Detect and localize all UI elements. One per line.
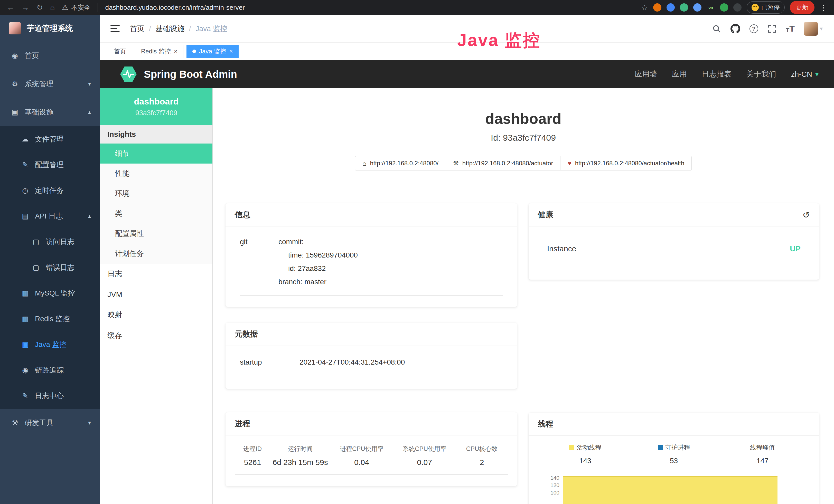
fullscreen-icon[interactable] (767, 24, 777, 33)
process-stat-label: CPU核心数 (456, 445, 508, 453)
metadata-card-title: 元数据 (235, 329, 258, 339)
browser-home-icon[interactable]: ⌂ (50, 4, 55, 11)
sidebar-item-mysql-monitor[interactable]: ▥ MySQL 监控 (0, 280, 100, 306)
info-card: 信息 git commit: time: 1596289704000 id: 2… (225, 203, 517, 307)
sba-nav-links: 应用墙 应用 日志报表 关于我们 zh-CN ▾ (635, 69, 818, 79)
service-url-button[interactable]: ⌂ http://192.168.0.2:48080/ (355, 156, 446, 170)
threads-values: 143 53 147 (541, 457, 807, 465)
sidebar-item-access-logs[interactable]: ▢ 访问日志 (0, 229, 100, 255)
chevron-up-icon: ▴ (88, 213, 91, 220)
sba-nav-applications[interactable]: 应用 (672, 69, 687, 79)
sidebar-item-tracing[interactable]: ◉ 链路追踪 (0, 358, 100, 383)
close-icon[interactable]: × (174, 48, 177, 54)
subnav-details[interactable]: 细节 (100, 143, 213, 164)
threads-card: 线程 活动线程 守护进程 (529, 413, 819, 504)
paused-label: 已暂停 (761, 3, 780, 12)
help-icon[interactable]: ? (749, 24, 758, 33)
browser-menu-icon[interactable]: ⋮ (820, 3, 827, 12)
subnav-caches[interactable]: 缓存 (100, 325, 213, 346)
sba-brand[interactable]: Spring Boot Admin (120, 66, 237, 83)
legend-swatch-yellow (569, 445, 574, 450)
gear-icon: ⚙ (10, 80, 20, 88)
forward-icon[interactable]: → (22, 4, 29, 11)
subnav-config-properties[interactable]: 配置属性 (100, 224, 213, 244)
metadata-row-startup: startup 2021-04-27T00:44:31.254+08:00 (240, 358, 503, 374)
collapse-menu-icon[interactable] (110, 25, 120, 32)
subnav-jvm[interactable]: JVM (100, 284, 213, 305)
reload-icon[interactable]: ↻ (37, 4, 43, 11)
log-icon: ▤ (21, 212, 30, 220)
extension-icon[interactable] (680, 3, 688, 12)
y-tick: 140 (550, 475, 559, 481)
process-stat-value: 0.07 (393, 458, 456, 467)
sidebar-item-scheduled-tasks[interactable]: ◷ 定时任务 (0, 178, 100, 203)
sidebar-item-label: 研发工具 (25, 418, 53, 428)
paused-chip[interactable]: 已暂停 (747, 1, 785, 14)
sidebar-item-error-logs[interactable]: ▢ 错误日志 (0, 255, 100, 280)
subnav-environment[interactable]: 环境 (100, 184, 213, 204)
extension-icon[interactable]: on (707, 3, 715, 12)
sidebar-item-infrastructure[interactable]: ▣ 基础设施 ▴ (0, 98, 100, 126)
sidebar-item-redis-monitor[interactable]: ▦ Redis 监控 (0, 306, 100, 332)
brand-logo (9, 22, 21, 35)
sidebar-item-api-logs[interactable]: ▤ API 日志 ▴ (0, 203, 100, 229)
info-card-title: 信息 (235, 209, 250, 220)
tab-home[interactable]: 首页 (108, 45, 132, 58)
tab-java-monitor[interactable]: Java 监控 × (186, 45, 239, 58)
subnav-logs[interactable]: 日志 (100, 264, 213, 284)
eye-icon: ◉ (21, 366, 30, 374)
service-url: http://192.168.0.2:48080/ (370, 160, 438, 167)
process-stat-value: 2 (456, 458, 508, 467)
close-icon[interactable]: × (229, 48, 233, 54)
breadcrumb-separator: / (149, 25, 151, 33)
sidebar-item-system-management[interactable]: ⚙ 系统管理 ▾ (0, 70, 100, 98)
tab-label: Java 监控 (199, 47, 226, 55)
address-bar[interactable]: dashboard.yudao.iocoder.cn/infra/admin-s… (105, 4, 634, 12)
sba-nav-wallboard[interactable]: 应用墙 (635, 69, 657, 79)
bookmark-star-icon[interactable]: ☆ (641, 3, 648, 12)
sidebar-item-java-monitor[interactable]: ▣ Java 监控 (0, 332, 100, 358)
security-indicator[interactable]: ⚠ 不安全 (62, 3, 98, 12)
subnav-mappings[interactable]: 映射 (100, 305, 213, 325)
breadcrumb-infrastructure[interactable]: 基础设施 (156, 24, 184, 33)
sidebar-item-label: 系统管理 (25, 79, 53, 89)
legend-label: 活动线程 (577, 443, 601, 452)
breadcrumb-home[interactable]: 首页 (130, 24, 144, 33)
git-branch-line: branch: master (279, 275, 358, 289)
process-stat-label: 系统CPU使用率 (393, 445, 456, 453)
layers-icon: ▦ (21, 315, 30, 323)
active-tab-dot (192, 49, 196, 53)
extension-icon[interactable] (653, 3, 661, 12)
sba-nav-about[interactable]: 关于我们 (746, 69, 776, 79)
locale-selector[interactable]: zh-CN ▾ (791, 70, 818, 78)
extension-icon[interactable] (733, 3, 742, 12)
back-icon[interactable]: ← (7, 4, 14, 11)
sba-nav-journal[interactable]: 日志报表 (702, 69, 731, 79)
sidebar-item-file-management[interactable]: ☁ 文件管理 (0, 126, 100, 152)
subnav-scheduled-tasks[interactable]: 计划任务 (100, 244, 213, 264)
update-chrome-button[interactable]: 更新 (790, 1, 814, 14)
extension-icon[interactable] (720, 3, 728, 12)
sidebar-item-config-management[interactable]: ✎ 配置管理 (0, 152, 100, 178)
history-icon[interactable]: ↺ (803, 210, 810, 220)
sidebar-item-dev-tools[interactable]: ⚒ 研发工具 ▾ (0, 409, 100, 437)
github-icon[interactable] (730, 24, 740, 33)
extension-icon[interactable] (693, 3, 701, 12)
health-url-button[interactable]: ♥ http://192.168.0.2:48080/actuator/heal… (560, 156, 692, 170)
search-icon[interactable] (712, 24, 721, 33)
actuator-url-button[interactable]: ⚒ http://192.168.0.2:48080/actuator (446, 156, 561, 170)
user-avatar[interactable]: ▾ (804, 22, 823, 36)
browser-toolbar: ← → ↻ ⌂ ⚠ 不安全 dashboard.yudao.iocoder.cn… (0, 0, 834, 15)
extension-icon[interactable] (666, 3, 675, 12)
subnav-performance[interactable]: 性能 (100, 164, 213, 184)
font-size-icon[interactable]: TT (786, 24, 795, 33)
sidebar-item-log-center[interactable]: ✎ 日志中心 (0, 383, 100, 409)
sidebar-item-home[interactable]: ◉ 首页 (0, 42, 100, 70)
document-icon: ▢ (31, 238, 41, 246)
page-title: dashboard (213, 110, 834, 127)
page-topbar: 首页 / 基础设施 / Java 监控 Java 监控 ? (100, 15, 834, 43)
tab-redis-monitor[interactable]: Redis 监控 × (135, 45, 183, 58)
subnav-classes[interactable]: 类 (100, 204, 213, 224)
heart-icon: ♥ (568, 160, 571, 167)
daemon-threads-value: 53 (630, 457, 718, 465)
